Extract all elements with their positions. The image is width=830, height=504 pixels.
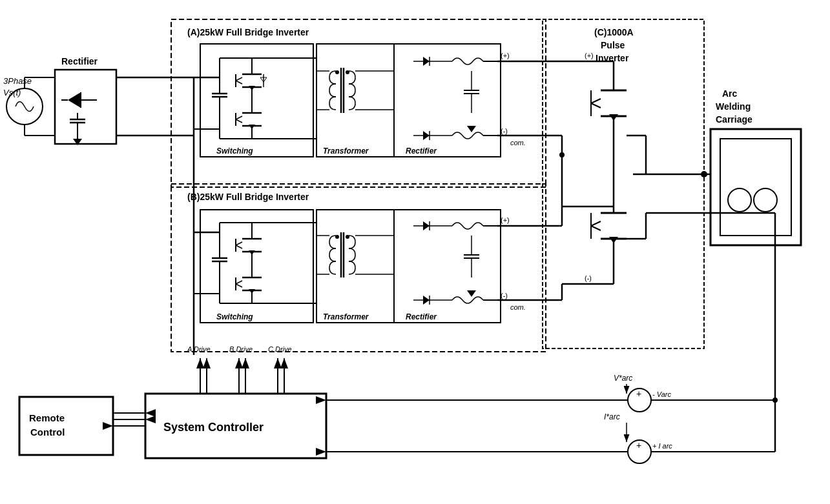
switching-b-label: Switching: [216, 312, 253, 321]
remote-control-label: Remote: [29, 412, 65, 423]
inverter-a-title: (A)25kW Full Bridge Inverter: [187, 27, 309, 37]
plus-b-label: (+): [501, 216, 510, 224]
main-diagram: 3Phase Vs(t) Rectifier (A)25kW Full Brid…: [0, 0, 830, 504]
pulse-inverter-title: (C)1000A: [594, 27, 634, 37]
a-drive-label: A Drive: [187, 345, 211, 353]
varc-label: - Varc: [652, 390, 671, 398]
rectifier-a-label: Rectifier: [406, 146, 437, 156]
plus-c-top-label: (+): [585, 52, 594, 59]
rectifier-b-label: Rectifier: [406, 312, 437, 321]
com-b-label: com.: [510, 303, 526, 311]
svg-text:+: +: [636, 388, 641, 399]
minus-a-label: (-): [501, 127, 508, 135]
v-arc-ref-label: V*arc: [614, 374, 632, 383]
svg-point-60: [346, 70, 349, 74]
svg-point-59: [335, 70, 339, 74]
svg-rect-3: [0, 0, 830, 504]
pulse-inverter-title2: Pulse: [601, 40, 625, 50]
arc-welding-label3: Carriage: [716, 114, 752, 125]
minus-b-label: (-): [501, 292, 508, 299]
b-drive-label: B Drive: [229, 345, 253, 353]
c-drive-label: C Drive: [268, 345, 292, 353]
i-arc-ref-label: I*arc: [604, 412, 620, 421]
source-label2: Vs(t): [3, 88, 21, 97]
com-a-label: com.: [510, 139, 526, 146]
inverter-b-title: (B)25kW Full Bridge Inverter: [187, 192, 309, 202]
svg-point-114: [335, 235, 339, 239]
svg-point-115: [346, 235, 349, 239]
svg-text:+: +: [636, 440, 641, 450]
transformer-b-label: Transformer: [323, 312, 369, 321]
source-label: 3Phase: [3, 76, 32, 86]
system-controller-label: System Controller: [163, 421, 264, 434]
transformer-a-label: Transformer: [323, 146, 369, 156]
plus-a-label: (+): [501, 52, 510, 59]
minus-c-label: (-): [585, 274, 592, 282]
arc-welding-label: Arc: [722, 88, 738, 99]
arc-welding-label2: Welding: [716, 101, 751, 112]
switching-a-label: Switching: [216, 146, 253, 156]
rectifier-label: Rectifier: [61, 56, 98, 66]
i-arc-label: + I arc: [652, 442, 672, 450]
remote-control-label2: Control: [30, 427, 65, 438]
